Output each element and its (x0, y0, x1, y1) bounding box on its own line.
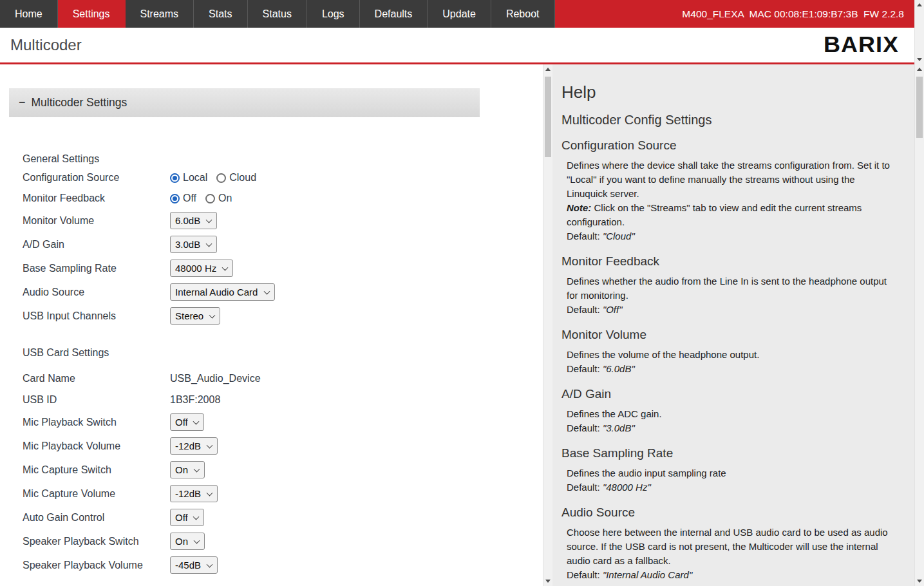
radio-cloud[interactable]: Cloud (216, 172, 256, 184)
help-section-body: Defines where the device shall take the … (567, 158, 898, 201)
field-label: Speaker Playback Volume (23, 560, 170, 571)
base-sampling-rate-select[interactable]: 48000 Hz (170, 260, 233, 277)
radio-local[interactable]: Local (170, 172, 207, 184)
help-section-heading: Audio Source (561, 506, 898, 520)
settings-scrollbar[interactable] (543, 64, 552, 586)
scrollbar-thumb[interactable] (916, 77, 923, 138)
nav-tab-update[interactable]: Update (428, 0, 491, 28)
mic-playback-volume-row: Mic Playback Volume -12dB (23, 434, 543, 458)
help-section-body: Choose here between the internal and USB… (567, 525, 898, 568)
mic-playback-switch-select[interactable]: Off (170, 413, 204, 431)
scroll-down-button[interactable] (915, 576, 924, 586)
help-section-base-sampling-rate: Base Sampling Rate Defines the audio inp… (561, 446, 898, 495)
scrollbar-thumb[interactable] (545, 77, 551, 157)
field-label: USB ID (23, 394, 170, 406)
nav-device-info-area: M400_FLEXA MAC 00:08:E1:09:B7:3B FW 2.2.… (555, 0, 915, 28)
scrollbar-track[interactable] (915, 10, 924, 55)
field-label: Card Name (23, 373, 170, 384)
nav-tab-defaults[interactable]: Defaults (360, 0, 428, 28)
help-section-audio-source: Audio Source Choose here between the int… (561, 506, 898, 582)
usb-card-settings-heading: USB Card Settings (23, 347, 543, 361)
top-nav: Home Settings Streams Stats Status Logs … (0, 0, 914, 28)
scroll-up-button[interactable] (915, 0, 924, 10)
help-section-note: Note: Click on the "Streams" tab to view… (567, 201, 898, 229)
usb-id-value: 1B3F:2008 (170, 394, 220, 406)
help-section-heading: A/D Gain (561, 387, 898, 401)
help-section-heading: Base Sampling Rate (561, 446, 898, 460)
nav-tab-reboot[interactable]: Reboot (491, 0, 555, 28)
settings-form: General Settings Configuration Source Lo… (23, 153, 543, 577)
field-label: Mic Playback Switch (23, 417, 170, 428)
help-section-heading: Monitor Volume (561, 328, 898, 342)
radio-icon (216, 173, 226, 183)
field-label: Audio Source (23, 287, 170, 298)
help-section-body: Defines the volume of the headphone outp… (567, 348, 898, 362)
usb-input-channels-select[interactable]: Stereo (170, 307, 220, 325)
nav-tab-streams[interactable]: Streams (126, 0, 194, 28)
nav-tab-home[interactable]: Home (0, 0, 58, 28)
mic-capture-volume-row: Mic Capture Volume -12dB (23, 482, 543, 506)
arrow-down-icon (917, 58, 922, 61)
help-title: Help (561, 82, 898, 102)
mic-capture-switch-select[interactable]: On (170, 461, 205, 478)
mic-capture-volume-select[interactable]: -12dB (170, 485, 218, 502)
configuration-source-radio-group: Local Cloud (170, 172, 256, 184)
scroll-up-button[interactable] (915, 64, 924, 74)
auto-gain-control-row: Auto Gain Control Off (23, 506, 543, 529)
nav-tab-stats[interactable]: Stats (194, 0, 247, 28)
nav-tab-status[interactable]: Status (248, 0, 307, 28)
usb-input-channels-row: USB Input Channels Stereo (23, 304, 543, 328)
field-label: Mic Playback Volume (23, 440, 170, 452)
help-section-body: Defines the ADC gain. (567, 407, 898, 421)
ad-gain-row: A/D Gain 3.0dB (23, 232, 543, 256)
speaker-playback-switch-row: Speaker Playback Switch On (23, 529, 543, 553)
scrollbar-track[interactable] (915, 74, 924, 576)
configuration-source-row: Configuration Source Local Cloud (23, 167, 543, 188)
help-section-default: Default: "48000 Hz" (567, 480, 898, 495)
scroll-down-button[interactable] (915, 55, 924, 64)
help-section-ad-gain: A/D Gain Defines the ADC gain. Default: … (561, 387, 898, 435)
mic-playback-volume-select[interactable]: -12dB (170, 437, 218, 455)
radio-on[interactable]: On (205, 193, 232, 204)
audio-source-row: Audio Source Internal Audio Card (23, 280, 543, 304)
speaker-playback-volume-row: Speaker Playback Volume -45dB (23, 553, 543, 577)
top-frame: Home Settings Streams Stats Status Logs … (0, 0, 924, 64)
arrow-up-icon (917, 3, 922, 6)
help-section-heading: Configuration Source (561, 138, 898, 153)
collapse-icon[interactable]: − (19, 96, 26, 109)
monitor-volume-select[interactable]: 6.0dB (170, 212, 217, 229)
field-label: A/D Gain (23, 239, 170, 250)
speaker-playback-switch-select[interactable]: On (170, 533, 205, 550)
help-section-body: Defines whether the audio from the Line … (567, 274, 898, 303)
auto-gain-control-select[interactable]: Off (170, 509, 204, 526)
field-label: Base Sampling Rate (23, 263, 170, 274)
scroll-down-button[interactable] (543, 576, 552, 586)
ad-gain-select[interactable]: 3.0dB (170, 236, 217, 253)
settings-frame: − Multicoder Settings General Settings C… (0, 64, 552, 586)
audio-source-select[interactable]: Internal Audio Card (170, 283, 275, 301)
base-sampling-rate-row: Base Sampling Rate 48000 Hz (23, 256, 543, 280)
help-scrollbar[interactable] (914, 64, 924, 586)
help-section-default: Default: "Off" (567, 303, 898, 317)
help-section-default: Default: "Internal Audio Card" (567, 568, 898, 582)
speaker-playback-volume-select[interactable]: -45dB (170, 556, 218, 574)
arrow-up-icon (917, 68, 922, 71)
nav-tab-settings[interactable]: Settings (58, 0, 126, 28)
help-frame: Help Multicoder Config Settings Configur… (552, 64, 924, 586)
arrow-up-icon (545, 68, 551, 71)
field-label: Monitor Feedback (23, 193, 170, 204)
help-section-configuration-source: Configuration Source Defines where the d… (561, 138, 898, 243)
help-section-body: Defines the audio input sampling rate (567, 466, 898, 480)
scroll-up-button[interactable] (543, 64, 552, 74)
barix-logo: BARIX (824, 32, 899, 58)
field-label: Speaker Playback Switch (23, 536, 170, 547)
monitor-volume-row: Monitor Volume 6.0dB (23, 209, 543, 232)
multicoder-settings-collapse-bar[interactable]: − Multicoder Settings (9, 88, 480, 117)
radio-off[interactable]: Off (170, 193, 196, 204)
nav-tab-logs[interactable]: Logs (307, 0, 360, 28)
mic-playback-switch-row: Mic Playback Switch Off (23, 410, 543, 434)
mic-capture-switch-row: Mic Capture Switch On (23, 458, 543, 482)
top-scrollbar[interactable] (914, 0, 924, 64)
scrollbar-track[interactable] (543, 74, 552, 576)
general-settings-heading: General Settings (23, 153, 543, 167)
